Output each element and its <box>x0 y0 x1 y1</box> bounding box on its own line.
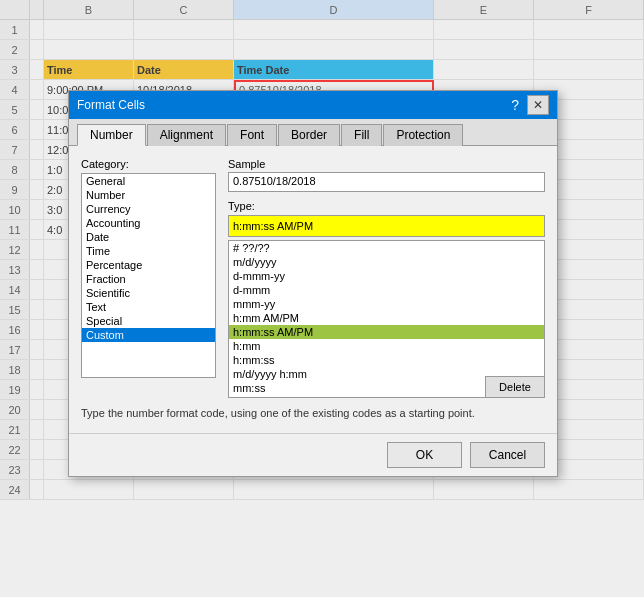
format-item[interactable]: mmm-yy <box>229 297 544 311</box>
dialog-tabs: Number Alignment Font Border Fill Protec… <box>69 119 557 146</box>
category-section: Category: GeneralNumberCurrencyAccountin… <box>81 158 216 398</box>
format-item[interactable]: h:mm <box>229 339 544 353</box>
cancel-button[interactable]: Cancel <box>470 442 545 468</box>
dialog-content: Category: GeneralNumberCurrencyAccountin… <box>81 158 545 398</box>
type-input[interactable] <box>228 215 545 237</box>
category-item-special[interactable]: Special <box>82 314 215 328</box>
tab-fill[interactable]: Fill <box>341 124 382 146</box>
category-item-custom[interactable]: Custom <box>82 328 215 342</box>
dialog-close-button[interactable]: ✕ <box>527 95 549 115</box>
format-item[interactable]: h:mm AM/PM <box>229 311 544 325</box>
category-item-percentage[interactable]: Percentage <box>82 258 215 272</box>
tab-alignment[interactable]: Alignment <box>147 124 226 146</box>
category-list[interactable]: GeneralNumberCurrencyAccountingDateTimeP… <box>81 173 216 378</box>
category-item-time[interactable]: Time <box>82 244 215 258</box>
type-label: Type: <box>228 200 545 212</box>
tab-protection[interactable]: Protection <box>383 124 463 146</box>
category-item-scientific[interactable]: Scientific <box>82 286 215 300</box>
dialog-footer: OK Cancel <box>69 433 557 476</box>
format-item[interactable]: h:mm:ss AM/PM <box>229 325 544 339</box>
sample-label: Sample <box>228 158 545 170</box>
category-label: Category: <box>81 158 216 170</box>
category-item-accounting[interactable]: Accounting <box>82 216 215 230</box>
dialog-controls: ? ✕ <box>511 95 549 115</box>
delete-button[interactable]: Delete <box>485 376 545 398</box>
dialog-help-button[interactable]: ? <box>511 97 519 113</box>
category-item-fraction[interactable]: Fraction <box>82 272 215 286</box>
category-item-currency[interactable]: Currency <box>82 202 215 216</box>
right-panel: Sample 0.87510/18/2018 Type: # ??/??m/d/… <box>228 158 545 398</box>
dialog-body: Category: GeneralNumberCurrencyAccountin… <box>69 146 557 433</box>
format-list-container: # ??/??m/d/yyyyd-mmm-yyd-mmmmmm-yyh:mm A… <box>228 240 545 398</box>
tab-border[interactable]: Border <box>278 124 340 146</box>
hint-text: Type the number format code, using one o… <box>81 406 545 421</box>
category-item-date[interactable]: Date <box>82 230 215 244</box>
category-item-number[interactable]: Number <box>82 188 215 202</box>
format-item[interactable]: h:mm:ss <box>229 353 544 367</box>
sample-value: 0.87510/18/2018 <box>228 172 545 192</box>
category-item-general[interactable]: General <box>82 174 215 188</box>
dialog-titlebar: Format Cells ? ✕ <box>69 91 557 119</box>
format-item[interactable]: d-mmm <box>229 283 544 297</box>
tab-number[interactable]: Number <box>77 124 146 146</box>
category-item-text[interactable]: Text <box>82 300 215 314</box>
ok-button[interactable]: OK <box>387 442 462 468</box>
spreadsheet: B C D E F 1 2 3 Time Date Time Date <box>0 0 644 597</box>
sample-section: Sample 0.87510/18/2018 <box>228 158 545 192</box>
format-item[interactable]: # ??/?? <box>229 241 544 255</box>
format-item[interactable]: d-mmm-yy <box>229 269 544 283</box>
format-item[interactable]: m/d/yyyy <box>229 255 544 269</box>
dialog-title: Format Cells <box>77 98 145 112</box>
format-list[interactable]: # ??/??m/d/yyyyd-mmm-yyd-mmmmmm-yyh:mm A… <box>228 240 545 398</box>
format-cells-dialog[interactable]: Format Cells ? ✕ Number Alignment Font B… <box>68 90 558 477</box>
tab-font[interactable]: Font <box>227 124 277 146</box>
